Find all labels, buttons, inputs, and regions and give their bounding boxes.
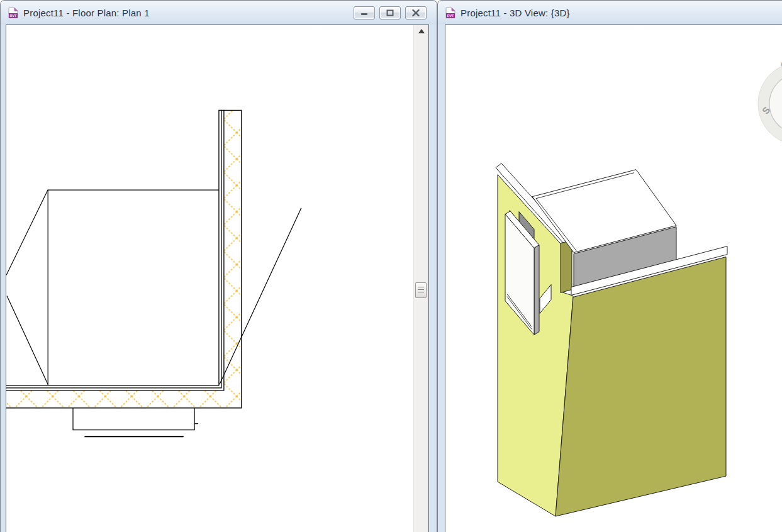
vertical-wall-hatch (224, 110, 242, 408)
swing-line-upper (6, 190, 48, 275)
three-d-window-title: Project11 - 3D View: {3D} (461, 8, 570, 18)
restore-icon (386, 9, 394, 16)
three-d-view-frame: S W (445, 25, 782, 532)
three-d-titlebar[interactable]: RVT Project11 - 3D View: {3D} (438, 1, 782, 25)
three-d-canvas[interactable]: S W (445, 25, 782, 532)
door-opening-lines (73, 408, 194, 430)
floor-plan-drawing (6, 25, 413, 532)
three-d-window: RVT Project11 - 3D View: {3D} S W (437, 0, 782, 532)
rvt-file-icon: RVT (8, 7, 19, 19)
vertical-scrollbar[interactable] (413, 25, 428, 532)
floor-plan-window: RVT Project11 - Floor Plan: Plan 1 (0, 0, 437, 532)
floor-plan-window-title: Project11 - Floor Plan: Plan 1 (23, 8, 150, 18)
scrollbar-grip-icon (418, 287, 424, 294)
three-d-model-drawing: S W (445, 25, 782, 532)
scrollbar-thumb[interactable] (415, 282, 427, 298)
floor-plan-view-frame (6, 25, 429, 532)
horizontal-wall-hatch (6, 390, 224, 408)
scroll-up-arrow-icon (418, 29, 425, 33)
wall-end-face[interactable] (561, 241, 572, 293)
close-icon (412, 9, 420, 16)
close-button[interactable] (405, 6, 427, 19)
restore-button[interactable] (379, 6, 401, 19)
window-controls (354, 6, 432, 19)
view-compass[interactable]: S W (758, 59, 782, 145)
scrollbar-up-button[interactable] (414, 25, 428, 37)
rvt-icon-label: RVT (447, 14, 454, 18)
floor-plan-canvas[interactable] (6, 25, 413, 532)
model-geometry[interactable] (496, 163, 727, 516)
minimize-icon (360, 9, 368, 16)
minimize-button[interactable] (354, 6, 375, 19)
rvt-icon-label: RVT (9, 14, 17, 18)
wall-lines (6, 110, 242, 408)
floor-plan-titlebar[interactable]: RVT Project11 - Floor Plan: Plan 1 (1, 1, 437, 25)
right-wall-olive-face[interactable] (556, 257, 726, 516)
rvt-file-icon: RVT (445, 7, 456, 19)
swing-line-lower (7, 296, 48, 384)
panel-side-edge[interactable] (534, 245, 539, 335)
